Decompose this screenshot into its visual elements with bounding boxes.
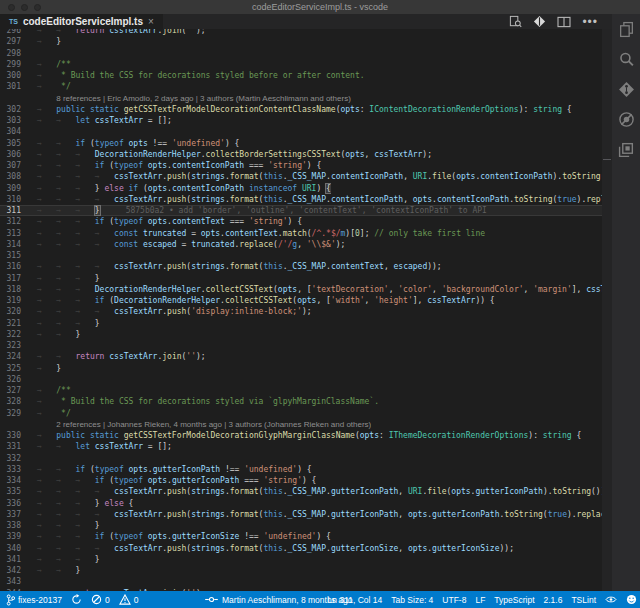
zoom-window-button[interactable] bbox=[34, 4, 41, 11]
line-number[interactable]: 312 bbox=[0, 216, 21, 227]
code-line[interactable]: 337→ → → → cssTextArr.push(strings.forma… bbox=[0, 509, 602, 520]
line-number[interactable]: 299 bbox=[0, 59, 21, 70]
code-line[interactable]: 336→ → → } else { bbox=[0, 498, 602, 509]
line-number[interactable]: 311 bbox=[0, 205, 21, 216]
code-line[interactable]: 304 bbox=[0, 126, 602, 137]
code-line[interactable]: 298 bbox=[0, 48, 602, 59]
line-number[interactable]: 334 bbox=[0, 475, 21, 486]
line-number[interactable]: 340 bbox=[0, 543, 21, 554]
line-number[interactable]: 298 bbox=[0, 48, 21, 59]
line-number[interactable]: 304 bbox=[0, 126, 21, 137]
line-number[interactable]: 330 bbox=[0, 430, 21, 441]
line-number[interactable] bbox=[0, 93, 21, 104]
line-number[interactable]: 306 bbox=[0, 149, 21, 160]
line-number[interactable]: 313 bbox=[0, 228, 21, 239]
code-line[interactable]: 306→ → → DecorationRenderHelper.collectB… bbox=[0, 149, 602, 160]
extensions-icon[interactable] bbox=[618, 141, 635, 158]
code-line[interactable]: 318→ → → DecorationRenderHelper.collectC… bbox=[0, 284, 602, 295]
explorer-icon[interactable] bbox=[618, 21, 635, 38]
code-line[interactable]: 341→ → → } bbox=[0, 554, 602, 565]
code-line[interactable]: 340→ → → → cssTextArr.push(strings.forma… bbox=[0, 543, 602, 554]
line-number[interactable]: 310 bbox=[0, 194, 21, 205]
code-line[interactable]: 309→ → → } else if (opts.contentIconPath… bbox=[0, 183, 602, 194]
code-line[interactable]: 307→ → → if (typeof opts.contentIconPath… bbox=[0, 160, 602, 171]
codelens-text[interactable]: 2 references | Johannes Rieken, 4 months… bbox=[21, 419, 371, 430]
line-number[interactable]: 328 bbox=[0, 396, 21, 407]
debug-icon[interactable] bbox=[618, 111, 635, 128]
line-number[interactable]: 305 bbox=[0, 138, 21, 149]
line-number[interactable]: 317 bbox=[0, 273, 21, 284]
code-line[interactable]: 301→ */ bbox=[0, 81, 602, 92]
code-line[interactable]: 302→ public static getCSSTextForModelDec… bbox=[0, 104, 602, 115]
code-line[interactable]: 334→ → → if (typeof opts.gutterIconPath … bbox=[0, 475, 602, 486]
line-number[interactable]: 302 bbox=[0, 104, 21, 115]
open-changes-icon[interactable] bbox=[533, 15, 546, 28]
feedback-smiley-button[interactable] bbox=[626, 594, 637, 605]
line-number[interactable]: 320 bbox=[0, 306, 21, 317]
line-number[interactable]: 321 bbox=[0, 318, 21, 329]
codelens-text[interactable]: 8 references | Eric Amodio, 2 days ago |… bbox=[21, 93, 351, 104]
code-line[interactable]: 297→ } bbox=[0, 36, 602, 47]
line-number[interactable]: 322 bbox=[0, 329, 21, 340]
git-branch-indicator[interactable]: fixes-20137 bbox=[6, 594, 62, 606]
line-number[interactable]: 336 bbox=[0, 498, 21, 509]
line-number[interactable]: 332 bbox=[0, 453, 21, 464]
code-line[interactable]: 316→ → → → cssTextArr.push(strings.forma… bbox=[0, 261, 602, 272]
code-line[interactable]: 314→ → → → const escaped = truncated.rep… bbox=[0, 239, 602, 250]
open-preview-icon[interactable] bbox=[509, 15, 522, 28]
code-line[interactable]: 333→ → if (typeof opts.gutterIconPath !=… bbox=[0, 464, 602, 475]
line-number[interactable]: 339 bbox=[0, 531, 21, 542]
language-mode[interactable]: TypeScript bbox=[494, 595, 534, 605]
error-indicator[interactable]: 0 bbox=[91, 594, 110, 605]
vertical-scrollbar[interactable] bbox=[602, 29, 612, 591]
code-line[interactable]: 325→ } bbox=[0, 363, 602, 374]
line-number[interactable]: 319 bbox=[0, 295, 21, 306]
code-line[interactable]: 339→ → → if (typeof opts.gutterIconSize … bbox=[0, 531, 602, 542]
line-number[interactable]: 342 bbox=[0, 565, 21, 576]
line-number[interactable]: 338 bbox=[0, 520, 21, 531]
code-line[interactable]: 324→ → return cssTextArr.join(''); bbox=[0, 351, 602, 362]
code-line[interactable]: 343 bbox=[0, 576, 602, 587]
line-number[interactable]: 300 bbox=[0, 70, 21, 81]
line-number[interactable]: 331 bbox=[0, 441, 21, 452]
code-line[interactable]: 313→ → → → const truncated = opts.conten… bbox=[0, 228, 602, 239]
code-line[interactable]: 329→ */ bbox=[0, 408, 602, 419]
warning-indicator[interactable]: 0 bbox=[119, 594, 139, 605]
code-line[interactable]: 317→ → → } bbox=[0, 273, 602, 284]
source-control-icon[interactable] bbox=[618, 81, 635, 98]
code-line[interactable]: 326 bbox=[0, 374, 602, 385]
line-number[interactable]: 325 bbox=[0, 363, 21, 374]
typescript-version[interactable]: 2.1.6 bbox=[544, 595, 563, 605]
code-line[interactable]: 323 bbox=[0, 340, 602, 351]
line-number[interactable]: 316 bbox=[0, 261, 21, 272]
search-icon[interactable] bbox=[618, 51, 635, 68]
encoding-indicator[interactable]: UTF-8 bbox=[442, 595, 466, 605]
line-number[interactable]: 296 bbox=[0, 29, 21, 36]
line-number[interactable]: 343 bbox=[0, 576, 21, 587]
code-line[interactable]: 310→ → → → cssTextArr.push(strings.forma… bbox=[0, 194, 602, 205]
code-line[interactable]: 299→ /** bbox=[0, 59, 602, 70]
line-number[interactable]: 324 bbox=[0, 351, 21, 362]
code-line[interactable]: 320→ → → → cssTextArr.push('display:inli… bbox=[0, 306, 602, 317]
line-number[interactable]: 323 bbox=[0, 340, 21, 351]
minimize-window-button[interactable] bbox=[21, 4, 28, 11]
code-line[interactable]: 321→ → → } bbox=[0, 318, 602, 329]
line-number[interactable]: 329 bbox=[0, 408, 21, 419]
code-line[interactable]: 308→ → → → cssTextArr.push(strings.forma… bbox=[0, 171, 602, 182]
code-line[interactable]: 331→ → let cssTextArr = []; bbox=[0, 441, 602, 452]
line-number[interactable]: 326 bbox=[0, 374, 21, 385]
cursor-position[interactable]: Ln 311, Col 14 bbox=[328, 595, 383, 605]
code-line[interactable]: 315 bbox=[0, 250, 602, 261]
code-line[interactable]: 305→ → if (typeof opts !== 'undefined') … bbox=[0, 138, 602, 149]
code-line[interactable]: 303→ → let cssTextArr = []; bbox=[0, 115, 602, 126]
line-number[interactable]: 303 bbox=[0, 115, 21, 126]
code-line[interactable]: 327→ /** bbox=[0, 385, 602, 396]
line-number[interactable]: 341 bbox=[0, 554, 21, 565]
code-line[interactable]: 342→ → } bbox=[0, 565, 602, 576]
line-number[interactable]: 335 bbox=[0, 486, 21, 497]
code-line[interactable]: 335→ → → → cssTextArr.push(strings.forma… bbox=[0, 486, 602, 497]
tab-codeeditorserviceimpl[interactable]: TS codeEditorServiceImpl.ts × bbox=[0, 14, 163, 29]
more-actions-icon[interactable]: ••• bbox=[582, 19, 598, 25]
close-window-button[interactable] bbox=[8, 4, 15, 11]
code-line[interactable]: 312→ → → if (typeof opts.contentText ===… bbox=[0, 216, 602, 227]
